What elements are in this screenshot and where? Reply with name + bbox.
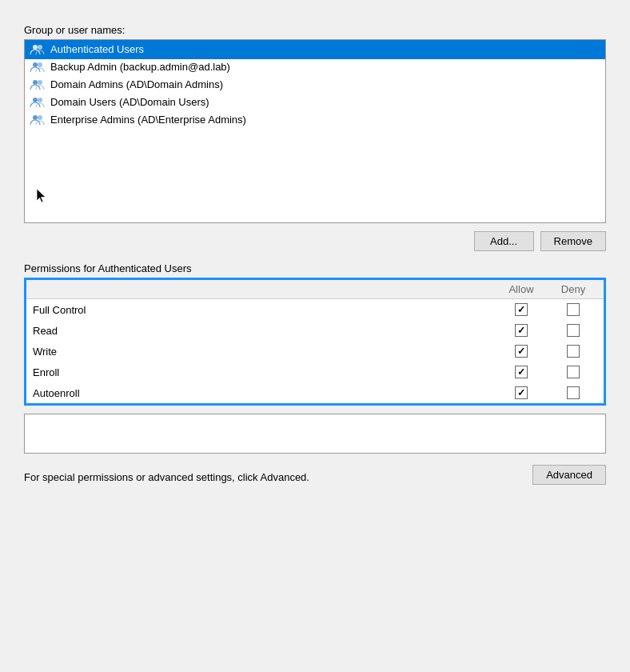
perm-row-write[interactable]: Write xyxy=(26,341,604,362)
svg-point-3 xyxy=(38,62,42,67)
perm-row-autoenroll[interactable]: Autoenroll xyxy=(26,382,604,403)
checkbox-allow-write[interactable] xyxy=(515,345,528,358)
perm-deny-write[interactable] xyxy=(549,345,597,358)
svg-point-0 xyxy=(33,45,38,50)
group-label: Group or user names: xyxy=(24,24,606,36)
perm-deny-full-control[interactable] xyxy=(549,303,597,316)
perm-row-full-control[interactable]: Full Control xyxy=(26,299,604,320)
svg-point-1 xyxy=(38,45,42,50)
svg-point-8 xyxy=(33,115,38,120)
svg-point-5 xyxy=(38,80,42,85)
perm-allow-write[interactable] xyxy=(493,345,549,358)
user-name-domain-admins: Domain Admins (AD\Domain Admins) xyxy=(50,78,223,90)
deny-col-header: Deny xyxy=(549,283,597,295)
perm-row-enroll[interactable]: Enroll xyxy=(26,362,604,382)
dialog-panel: Group or user names: Authenticated Users xyxy=(16,16,614,498)
perm-col-header xyxy=(33,283,493,295)
mouse-cursor xyxy=(36,188,47,206)
perm-name-read: Read xyxy=(33,325,493,337)
user-item-backup-admin[interactable]: Backup Admin (backup.admin@ad.lab) xyxy=(25,58,605,75)
user-name-enterprise-admins: Enterprise Admins (AD\Enterprise Admins) xyxy=(50,114,246,126)
checkbox-deny-read[interactable] xyxy=(567,324,580,337)
checkbox-deny-autoenroll[interactable] xyxy=(567,386,580,399)
perm-name-enroll: Enroll xyxy=(33,366,493,378)
permissions-header: Allow Deny xyxy=(26,280,604,299)
perm-allow-read[interactable] xyxy=(493,324,549,337)
user-action-buttons: Add... Remove xyxy=(24,231,606,251)
footer-help-text: For special permissions or advanced sett… xyxy=(24,470,309,486)
svg-point-2 xyxy=(33,62,38,67)
perm-allow-autoenroll[interactable] xyxy=(493,386,549,399)
checkbox-allow-full-control[interactable] xyxy=(515,303,528,316)
user-item-domain-admins[interactable]: Domain Admins (AD\Domain Admins) xyxy=(25,75,605,93)
perm-row-read[interactable]: Read xyxy=(26,320,604,341)
checkbox-allow-read[interactable] xyxy=(515,324,528,337)
permissions-panel: Allow Deny Full Control Read Write xyxy=(24,278,606,406)
perm-deny-read[interactable] xyxy=(549,324,597,337)
checkbox-allow-enroll[interactable] xyxy=(515,366,528,378)
user-item-authenticated-users[interactable]: Authenticated Users xyxy=(25,40,605,58)
perm-allow-enroll[interactable] xyxy=(493,366,549,378)
checkbox-deny-write[interactable] xyxy=(567,345,580,358)
add-button[interactable]: Add... xyxy=(474,231,534,251)
users-list[interactable]: Authenticated Users Backup Admin (backup… xyxy=(24,39,606,223)
user-group-icon-3 xyxy=(30,78,46,90)
remove-button[interactable]: Remove xyxy=(540,231,606,251)
svg-point-4 xyxy=(33,80,38,85)
advanced-button[interactable]: Advanced xyxy=(532,465,606,485)
footer-row: For special permissions or advanced sett… xyxy=(24,465,606,485)
checkbox-deny-full-control[interactable] xyxy=(567,303,580,316)
user-name-authenticated: Authenticated Users xyxy=(50,43,144,55)
perm-name-full-control: Full Control xyxy=(33,304,493,316)
user-group-icon-2 xyxy=(30,60,46,73)
perm-name-autoenroll: Autoenroll xyxy=(33,387,493,399)
checkbox-allow-autoenroll[interactable] xyxy=(515,386,528,399)
checkbox-deny-enroll[interactable] xyxy=(567,366,580,378)
permissions-extra-area xyxy=(24,414,606,454)
user-group-icon xyxy=(30,42,46,55)
user-item-enterprise-admins[interactable]: Enterprise Admins (AD\Enterprise Admins) xyxy=(25,110,605,128)
user-name-backup: Backup Admin (backup.admin@ad.lab) xyxy=(50,61,230,73)
user-group-icon-4 xyxy=(30,95,46,108)
svg-point-7 xyxy=(38,98,42,102)
perm-deny-enroll[interactable] xyxy=(549,366,597,378)
user-name-domain-users: Domain Users (AD\Domain Users) xyxy=(50,96,209,108)
svg-point-6 xyxy=(33,98,38,102)
perm-deny-autoenroll[interactable] xyxy=(549,386,597,399)
user-group-icon-5 xyxy=(30,113,46,126)
perm-name-write: Write xyxy=(33,346,493,358)
allow-col-header: Allow xyxy=(493,283,549,295)
permissions-label: Permissions for Authenticated Users xyxy=(24,262,606,274)
svg-point-9 xyxy=(38,115,42,120)
user-item-domain-users[interactable]: Domain Users (AD\Domain Users) xyxy=(25,93,605,110)
perm-allow-full-control[interactable] xyxy=(493,303,549,316)
